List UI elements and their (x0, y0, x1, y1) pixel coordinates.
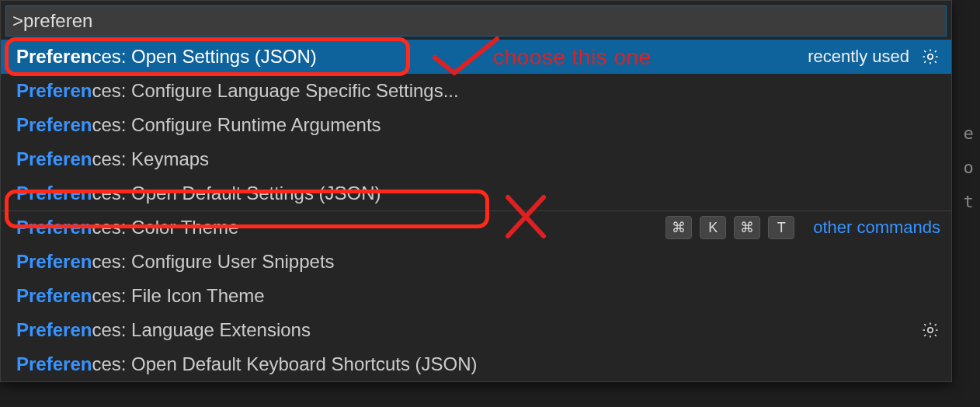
command-palette-item[interactable]: Preferences: Configure User Snippets (1, 245, 951, 279)
gear-icon[interactable] (920, 47, 940, 67)
command-item-match-highlight: Preferen (16, 148, 92, 169)
command-palette-list: Preferences: Open Settings (JSON)recentl… (1, 40, 951, 381)
command-palette-input-wrap (1, 1, 951, 40)
gutter-char: t (957, 185, 980, 219)
key: ⌘ (734, 216, 760, 239)
command-item-rest: ces: Configure User Snippets (92, 251, 334, 272)
key: K (700, 216, 726, 239)
command-item-match-highlight: Preferen (16, 46, 92, 67)
command-item-match-highlight: Preferen (16, 285, 92, 306)
command-palette-item[interactable]: Preferences: Configure Runtime Arguments (1, 108, 951, 142)
command-item-label: Preferences: Language Extensions (16, 319, 311, 341)
command-item-match-highlight: Preferen (16, 353, 92, 374)
editor-gutter-peek: e o t (957, 117, 980, 219)
command-item-label: Preferences: Open Default Settings (JSON… (16, 183, 381, 204)
gutter-char: e (957, 117, 980, 151)
command-palette-item[interactable]: Preferences: Language Extensions (1, 313, 951, 347)
command-item-right: recently used (808, 47, 940, 67)
command-item-label: Preferences: Open Default Keyboard Short… (16, 353, 478, 375)
key: T (768, 216, 794, 239)
gear-icon[interactable] (920, 320, 940, 340)
command-item-label: Preferences: Configure User Snippets (16, 251, 335, 273)
command-palette-item[interactable]: Preferences: Keymaps (1, 142, 951, 176)
command-palette-input[interactable] (5, 5, 947, 37)
svg-point-0 (928, 54, 933, 59)
command-item-rest: ces: Open Settings (JSON) (92, 46, 316, 67)
command-item-label: Preferences: Configure Language Specific… (16, 80, 459, 102)
command-item-rest: ces: Open Default Settings (JSON) (92, 183, 381, 204)
command-palette-item[interactable]: Preferences: Color Theme⌘K⌘Tother comman… (1, 210, 951, 245)
command-item-match-highlight: Preferen (16, 319, 92, 340)
command-item-match-highlight: Preferen (16, 80, 92, 101)
other-commands-label: other commands (813, 217, 940, 238)
command-item-right: ⌘K⌘Tother commands (665, 216, 940, 239)
command-palette: Preferences: Open Settings (JSON)recentl… (0, 0, 952, 382)
command-item-match-highlight: Preferen (16, 114, 92, 135)
command-item-match-highlight: Preferen (16, 183, 92, 204)
svg-point-1 (928, 328, 933, 332)
gutter-char: o (957, 151, 980, 185)
command-item-label: Preferences: Configure Runtime Arguments (16, 114, 381, 136)
command-item-label: Preferences: Open Settings (JSON) (16, 46, 317, 68)
command-palette-item[interactable]: Preferences: Open Default Settings (JSON… (1, 176, 951, 210)
keyboard-shortcut: ⌘K⌘T (665, 216, 794, 239)
command-item-match-highlight: Preferen (16, 251, 92, 272)
command-item-right (920, 320, 940, 340)
command-item-rest: ces: File Icon Theme (92, 285, 264, 306)
command-palette-item[interactable]: Preferences: Open Settings (JSON)recentl… (1, 40, 951, 74)
command-item-rest: ces: Language Extensions (92, 319, 311, 340)
command-item-label: Preferences: File Icon Theme (16, 285, 265, 307)
command-item-rest: ces: Keymaps (92, 148, 209, 169)
command-item-rest: ces: Open Default Keyboard Shortcuts (JS… (92, 353, 477, 374)
command-item-match-highlight: Preferen (16, 217, 92, 238)
recently-used-label: recently used (808, 47, 909, 67)
command-item-rest: ces: Configure Language Specific Setting… (92, 80, 458, 101)
command-item-label: Preferences: Color Theme (16, 217, 238, 238)
command-palette-item[interactable]: Preferences: Open Default Keyboard Short… (1, 347, 951, 381)
command-item-label: Preferences: Keymaps (16, 148, 209, 170)
command-palette-item[interactable]: Preferences: Configure Language Specific… (1, 74, 951, 108)
command-item-rest: ces: Color Theme (92, 217, 238, 238)
command-palette-item[interactable]: Preferences: File Icon Theme (1, 279, 951, 313)
key: ⌘ (665, 216, 692, 239)
command-item-rest: ces: Configure Runtime Arguments (92, 114, 381, 135)
